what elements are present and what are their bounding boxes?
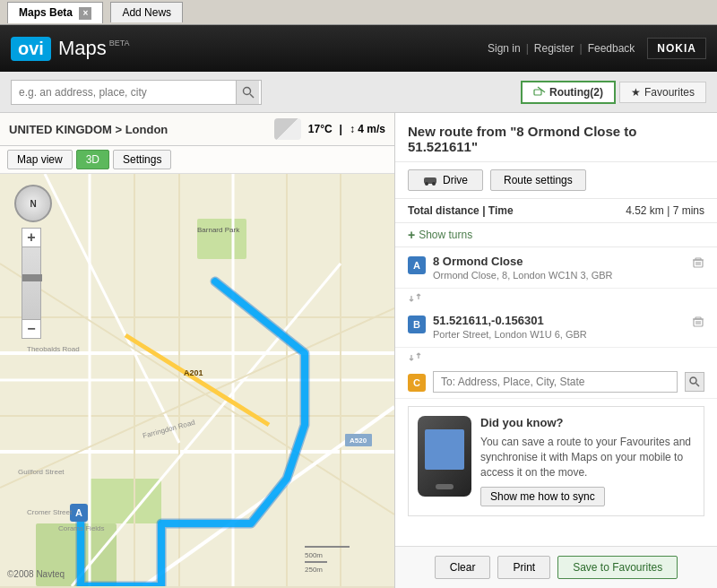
beta-label: BETA (109, 39, 130, 48)
tab-add-news[interactable]: Add News (110, 2, 183, 22)
svg-text:A: A (75, 507, 82, 518)
svg-text:250m: 250m (305, 566, 323, 574)
route-distance-value: 4.52 km | 7 mins (626, 204, 704, 217)
svg-line-1 (250, 94, 254, 98)
svg-text:Barnard Park: Barnard Park (197, 226, 240, 234)
routing-button[interactable]: Routing(2) (521, 81, 616, 104)
ovi-logo[interactable]: ovi (11, 37, 51, 61)
temperature: 17°C (308, 123, 333, 135)
sep2: | (580, 42, 583, 55)
search-input[interactable] (12, 81, 236, 104)
drive-button[interactable]: Drive (408, 169, 483, 191)
dyk-title: Did you know? (480, 416, 695, 429)
waypoints-list: A 8 Ormond Close Ormond Close, 8, London… (395, 247, 717, 546)
route-footer: Clear Print Save to Favourites (395, 546, 717, 588)
phone-image (418, 416, 471, 497)
search-wrap (11, 80, 262, 105)
waypoint-a-delete[interactable] (692, 256, 704, 272)
svg-text:A201: A201 (184, 368, 203, 377)
nav-buttons: Routing(2) ★ Favourites (521, 81, 706, 104)
waypoint-search-icon (689, 376, 700, 387)
save-favourites-button[interactable]: Save to Favourites (557, 556, 678, 579)
svg-rect-36 (305, 546, 350, 548)
dyk-content: Did you know? You can save a route to yo… (480, 416, 695, 506)
maps-title: Maps BETA (58, 37, 130, 60)
breadcrumb: UNITED KINGDOM > London (9, 123, 168, 136)
search-button[interactable] (236, 81, 259, 104)
settings-button[interactable]: Settings (113, 150, 171, 169)
delete-b-icon (692, 316, 704, 328)
waypoint-b-delete[interactable] (692, 316, 704, 332)
plus-icon: + (408, 228, 415, 242)
weather-icon (274, 118, 301, 140)
browser-bar: Maps Beta × Add News (0, 0, 717, 25)
routing-icon (533, 86, 546, 99)
waypoint-b-row: B 51.521611,-0.156301 Porter Street, Lon… (395, 307, 717, 348)
search-bar: Routing(2) ★ Favourites (0, 72, 717, 113)
map-header: UNITED KINGDOM > London 17°C | ↕ 4 m/s (0, 113, 394, 146)
waypoint-c-input[interactable] (433, 371, 678, 393)
waypoint-a-info: 8 Ormond Close Ormond Close, 8, London W… (433, 255, 685, 281)
phone-screen (425, 429, 464, 470)
favourites-button[interactable]: ★ Favourites (619, 82, 706, 103)
tab-maps-close[interactable]: × (79, 7, 91, 20)
map-copyright: ©2008 Navteq (7, 569, 65, 579)
svg-point-0 (243, 87, 250, 94)
svg-text:Theobalds Road: Theobalds Road (27, 345, 80, 353)
svg-point-55 (690, 377, 696, 384)
tab-maps[interactable]: Maps Beta × (7, 2, 103, 23)
swap-icon-2[interactable] (408, 350, 422, 364)
map-controls: Map view 3D Settings (0, 146, 394, 174)
waypoint-b-badge: B (408, 316, 426, 333)
maps-label: Maps (58, 37, 107, 60)
zoom-in-button[interactable]: + (22, 228, 41, 247)
waypoint-a-address: Ormond Close, 8, London WC1N 3, GBR (433, 270, 685, 281)
compass: N (14, 185, 52, 222)
waypoint-c-search[interactable] (685, 372, 704, 392)
star-icon: ★ (631, 86, 641, 99)
3d-button[interactable]: 3D (76, 150, 109, 169)
waypoint-b-address: Porter Street, London W1U 6, GBR (433, 329, 685, 340)
map-view-button[interactable]: Map view (7, 150, 73, 169)
show-turns-label: Show turns (419, 229, 472, 241)
weather-info: 17°C | ↕ 4 m/s (274, 118, 385, 140)
did-you-know-panel: Did you know? You can save a route to yo… (408, 406, 704, 516)
route-panel: New route from "8 Ormond Close to 51.521… (394, 113, 717, 588)
route-settings-button[interactable]: Route settings (490, 169, 586, 191)
tab-maps-label: Maps Beta (19, 6, 73, 19)
waypoint-a-badge: A (408, 256, 426, 274)
svg-rect-48 (695, 258, 701, 260)
waypoint-a-row: A 8 Ormond Close Ormond Close, 8, London… (395, 247, 717, 289)
sign-in-link[interactable]: Sign in (488, 42, 521, 55)
svg-rect-5 (90, 479, 161, 523)
zoom-slider[interactable] (22, 247, 41, 319)
svg-rect-6 (197, 219, 246, 259)
svg-rect-54 (695, 317, 701, 319)
feedback-link[interactable]: Feedback (588, 42, 635, 55)
swap-icon[interactable] (408, 290, 422, 305)
route-title: New route from "8 Ormond Close to 51.521… (395, 113, 717, 162)
map-background[interactable]: A201 A520 A Theobalds Road Farringdon Ro… (0, 174, 394, 586)
search-icon (242, 86, 255, 99)
register-link[interactable]: Register (534, 42, 574, 55)
svg-line-56 (696, 384, 700, 387)
svg-text:500m: 500m (305, 551, 323, 559)
print-button[interactable]: Print (497, 556, 550, 579)
route-mode-bar: Drive Route settings (395, 162, 717, 199)
zoom-out-button[interactable]: − (22, 319, 41, 339)
sep1: | (526, 42, 529, 55)
header: ovi Maps BETA Sign in | Register | Feedb… (0, 25, 717, 72)
phone-button (436, 484, 454, 489)
waypoint-c-badge: C (408, 374, 426, 392)
show-me-how-button[interactable]: Show me how to sync (480, 487, 605, 506)
map-panel: UNITED KINGDOM > London 17°C | ↕ 4 m/s M… (0, 113, 394, 588)
zoom-handle (22, 274, 42, 281)
nokia-logo: NOKIA (647, 38, 706, 59)
show-turns-bar[interactable]: + Show turns (395, 223, 717, 247)
clear-button[interactable]: Clear (435, 556, 491, 579)
header-nav: Sign in | Register | Feedback NOKIA (488, 38, 706, 59)
delete-icon (692, 256, 704, 269)
routing-label: Routing(2) (549, 86, 603, 99)
svg-text:Guilford Street: Guilford Street (18, 468, 65, 476)
logo-group: ovi Maps BETA (11, 37, 130, 61)
